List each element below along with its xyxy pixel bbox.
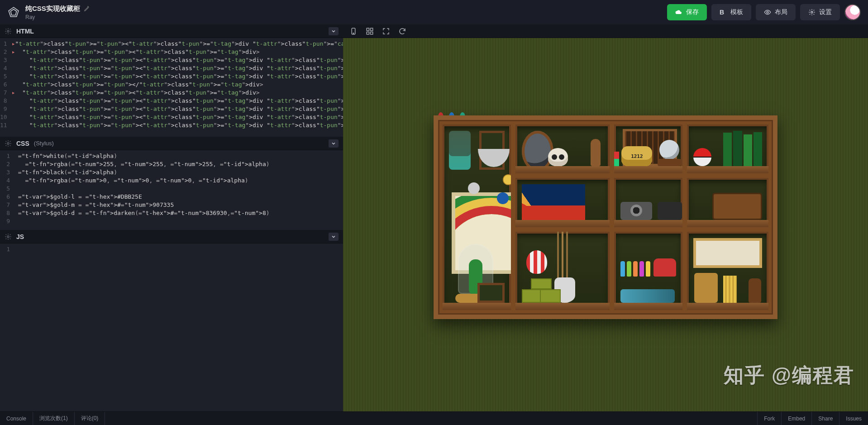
css-pane-sub: (Stylus) (34, 140, 54, 147)
mirror (522, 131, 553, 172)
template-label: 模板 (730, 8, 743, 16)
css-settings-icon[interactable] (5, 140, 12, 147)
app-header: 纯CSS实现收藏柜 Ray 保存 B 模板 布局 (0, 0, 868, 24)
css-pane-header: CSS (Stylus) (0, 137, 343, 150)
console-tab[interactable]: Console (0, 412, 33, 425)
js-editor[interactable]: 1 (0, 244, 343, 411)
pen-title: 纯CSS实现收藏柜 (25, 5, 80, 13)
cell-desk (687, 232, 768, 310)
main-area: HTML 1234567891011 ▸"t-attr">class"t-pun… (0, 24, 868, 411)
html-collapse-button[interactable] (329, 27, 339, 35)
save-button[interactable]: 保存 (667, 4, 707, 20)
html-pane-title: HTML (16, 28, 34, 35)
comments-tab[interactable]: 评论(0) (75, 412, 105, 425)
template-button[interactable]: B 模板 (711, 4, 751, 20)
editor-column: HTML 1234567891011 ▸"t-attr">class"t-pun… (0, 24, 343, 411)
user-avatar[interactable] (844, 4, 861, 20)
embed-button[interactable]: Embed (781, 412, 811, 425)
html-settings-icon[interactable] (5, 28, 12, 35)
raygun (620, 289, 675, 303)
gear-icon (808, 9, 816, 16)
snowglobe (658, 140, 681, 166)
cell-chest (687, 178, 768, 227)
js-collapse-button[interactable] (329, 233, 339, 241)
title-block: 纯CSS实现收藏柜 Ray (25, 5, 90, 20)
share-button[interactable]: Share (811, 412, 839, 425)
svg-point-6 (7, 236, 9, 238)
flag-arizona (522, 184, 585, 223)
settings-label: 设置 (819, 8, 832, 16)
js-pane-header: JS (0, 230, 343, 244)
layout-label: 布局 (775, 8, 787, 16)
pen-author[interactable]: Ray (25, 14, 90, 20)
cloud-icon (675, 9, 682, 16)
books (723, 129, 762, 166)
viewmaster (653, 258, 676, 277)
cell-cameras (614, 178, 682, 227)
potion-vials (620, 261, 650, 277)
header-actions: 保存 B 模板 布局 设置 (667, 4, 861, 20)
svg-point-2 (767, 11, 768, 13)
bottle-amber (591, 139, 601, 166)
css-pane-title: CSS (16, 140, 29, 147)
js-pane-title: JS (16, 233, 24, 240)
cell-abacus: 1212 (614, 124, 682, 173)
stacked-boxes (522, 280, 561, 303)
pokeball (693, 148, 711, 166)
js-settings-icon[interactable] (5, 233, 12, 240)
settings-button[interactable]: 设置 (800, 4, 840, 20)
save-label: 保存 (686, 8, 699, 16)
issues-button[interactable]: Issues (839, 412, 868, 425)
html-editor[interactable]: 1234567891011 ▸"t-attr">class"t-pun">="t… (0, 38, 343, 137)
bugs-frame (693, 238, 762, 268)
ornament-silver (468, 182, 480, 194)
svg-point-5 (7, 143, 9, 144)
preview-toolbar (343, 24, 868, 38)
hot-air-balloon (526, 250, 547, 274)
watermark: 知乎 @编程君 (724, 362, 854, 389)
pencil-cup (723, 276, 737, 303)
svg-rect-12 (371, 32, 373, 34)
svg-point-8 (353, 33, 354, 33)
camera-black (658, 202, 682, 220)
svg-rect-10 (371, 28, 373, 30)
svg-point-3 (811, 11, 813, 13)
ornament-blue (497, 192, 509, 204)
svg-marker-1 (11, 10, 17, 15)
treasure-chest (712, 193, 762, 220)
svg-point-4 (7, 30, 9, 32)
jar (449, 131, 471, 170)
camera-silver (620, 202, 652, 220)
clock: 1212 (621, 146, 652, 166)
fullscreen-icon[interactable] (382, 27, 390, 35)
css-cabinet: 1212 (434, 115, 777, 319)
app-logo[interactable] (7, 6, 20, 19)
grid-icon[interactable] (366, 27, 374, 35)
fork-button[interactable]: Fork (757, 412, 781, 425)
html-pane-header: HTML (0, 24, 343, 38)
svg-rect-11 (367, 32, 369, 34)
cell-flag (515, 178, 610, 227)
css-collapse-button[interactable] (329, 139, 339, 148)
svg-rect-9 (367, 28, 369, 30)
rubiks-cube (614, 152, 619, 166)
cell-mirror (515, 124, 610, 173)
cell-vials (614, 232, 682, 310)
footer-bar: Console 浏览次数(1) 评论(0) Fork Embed Share I… (0, 411, 868, 425)
edit-title-icon[interactable] (84, 5, 90, 12)
bold-b-icon: B (720, 9, 727, 16)
preview-canvas: 1212 (343, 38, 868, 411)
css-editor[interactable]: 123456789 ="t-fn">white(="t-id">alpha) =… (0, 150, 343, 230)
refresh-icon[interactable] (398, 27, 406, 35)
device-icon[interactable] (349, 27, 358, 35)
beer-bottle (749, 278, 761, 303)
cell-balloon (515, 232, 610, 310)
tool-cup (694, 273, 718, 303)
cell-books (687, 124, 768, 173)
layout-button[interactable]: 布局 (756, 4, 796, 20)
eye-icon (764, 9, 771, 16)
views-tab[interactable]: 浏览次数(1) (33, 412, 75, 425)
skull (548, 148, 568, 166)
cell-tall-right (443, 124, 511, 310)
small-frame (477, 283, 505, 303)
